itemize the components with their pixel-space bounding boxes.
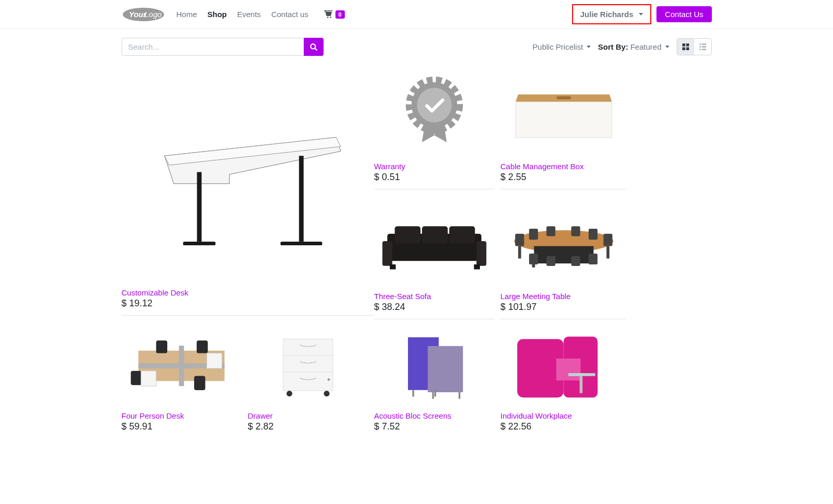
chevron-down-icon xyxy=(587,46,591,48)
product-image[interactable] xyxy=(374,65,494,158)
svg-rect-41 xyxy=(546,226,555,236)
svg-rect-12 xyxy=(702,49,706,50)
grid-icon xyxy=(682,43,689,50)
svg-point-62 xyxy=(327,378,330,381)
product-title[interactable]: Warranty xyxy=(374,162,405,171)
svg-rect-8 xyxy=(702,43,706,45)
user-dropdown[interactable]: Julie Richards xyxy=(572,4,652,24)
product-image[interactable] xyxy=(122,65,374,284)
sort-by-label: Sort By: xyxy=(598,42,628,51)
product-price: $ 59.91 xyxy=(122,421,242,432)
svg-rect-43 xyxy=(588,229,597,240)
svg-rect-66 xyxy=(428,346,463,392)
svg-point-63 xyxy=(286,391,292,396)
product-title[interactable]: Three-Seat Sofa xyxy=(374,292,431,301)
product-title[interactable]: Cable Management Box xyxy=(501,162,584,171)
contact-us-button[interactable]: Contact Us xyxy=(656,6,711,22)
cart-link[interactable]: 0 xyxy=(324,10,345,19)
product-image[interactable] xyxy=(248,324,368,407)
svg-rect-75 xyxy=(580,376,583,393)
svg-rect-4 xyxy=(686,43,689,47)
product-image[interactable] xyxy=(501,65,627,158)
svg-rect-58 xyxy=(207,353,222,368)
product-title[interactable]: Large Meeting Table xyxy=(501,292,571,301)
svg-rect-57 xyxy=(141,371,156,386)
search-input[interactable] xyxy=(122,38,304,56)
nav-shop[interactable]: Shop xyxy=(202,6,232,23)
product-card-three-seat-sofa: Three-Seat Sofa $ 38.24 xyxy=(374,195,494,319)
product-title[interactable]: Individual Workplace xyxy=(501,411,572,420)
list-view-button[interactable] xyxy=(694,39,711,55)
svg-rect-29 xyxy=(476,241,486,266)
svg-rect-73 xyxy=(556,359,580,380)
main-nav: Home Shop Events Contact us xyxy=(171,6,314,23)
product-price: $ 0.51 xyxy=(374,172,494,183)
svg-rect-38 xyxy=(518,246,521,259)
search-button[interactable] xyxy=(304,38,324,56)
svg-rect-54 xyxy=(156,340,168,353)
svg-rect-32 xyxy=(449,226,475,243)
product-price: $ 22.56 xyxy=(501,421,627,432)
product-card-four-person-desk: Four Person Desk $ 59.91 xyxy=(122,324,242,438)
svg-rect-44 xyxy=(603,234,612,246)
product-title[interactable]: Acoustic Bloc Screens xyxy=(374,411,451,420)
search-icon xyxy=(310,43,317,51)
navbar: Your Logo Home Shop Events Contact us 0 … xyxy=(0,0,833,29)
product-title[interactable]: Four Person Desk xyxy=(122,411,184,420)
product-price: $ 38.24 xyxy=(374,302,494,313)
product-card-cable-management-box: Cable Management Box $ 2.55 xyxy=(501,65,627,189)
svg-rect-55 xyxy=(197,340,208,353)
nav-contact-us[interactable]: Contact us xyxy=(266,6,314,23)
product-price: $ 101.97 xyxy=(501,302,627,313)
svg-rect-26 xyxy=(557,96,571,99)
chevron-down-icon xyxy=(665,46,669,48)
search-group xyxy=(122,38,324,56)
product-image[interactable] xyxy=(374,195,494,288)
nav-home[interactable]: Home xyxy=(171,6,202,23)
product-price: $ 2.55 xyxy=(501,172,627,183)
product-title[interactable]: Drawer xyxy=(248,411,273,420)
svg-rect-18 xyxy=(280,242,322,245)
sort-dropdown[interactable]: Sort By: Featured xyxy=(598,42,669,51)
cart-count-badge: 0 xyxy=(335,10,345,19)
product-card-drawer: Drawer $ 2.82 xyxy=(248,324,368,438)
pricelist-label: Public Pricelist xyxy=(533,42,583,51)
svg-rect-49 xyxy=(588,254,597,264)
svg-rect-53 xyxy=(131,371,142,385)
product-card-individual-workplace: Individual Workplace $ 22.56 xyxy=(501,324,627,438)
svg-rect-33 xyxy=(389,264,395,270)
svg-rect-28 xyxy=(382,241,392,266)
svg-rect-3 xyxy=(682,43,685,47)
svg-rect-7 xyxy=(699,43,701,45)
svg-rect-69 xyxy=(432,392,433,399)
svg-rect-16 xyxy=(299,156,303,242)
svg-rect-6 xyxy=(686,47,689,50)
svg-rect-42 xyxy=(571,226,580,236)
product-card-acoustic-bloc-screens: Acoustic Bloc Screens $ 7.52 xyxy=(374,324,494,438)
product-card-customizable-desk: Customizable Desk $ 19.12 xyxy=(122,65,374,316)
nav-events[interactable]: Events xyxy=(232,6,266,23)
product-image[interactable] xyxy=(122,324,242,407)
chevron-down-icon xyxy=(639,13,643,16)
svg-rect-67 xyxy=(412,390,414,397)
svg-rect-56 xyxy=(194,376,206,390)
product-image[interactable] xyxy=(501,324,627,407)
svg-rect-47 xyxy=(546,256,555,266)
svg-rect-52 xyxy=(179,346,184,386)
svg-rect-5 xyxy=(682,47,685,50)
svg-rect-17 xyxy=(183,242,215,245)
logo[interactable]: Your Logo xyxy=(122,7,169,22)
user-name: Julie Richards xyxy=(580,10,634,19)
svg-rect-74 xyxy=(568,373,595,376)
svg-rect-15 xyxy=(197,172,201,242)
svg-point-64 xyxy=(324,391,329,396)
grid-view-button[interactable] xyxy=(677,39,694,55)
svg-rect-34 xyxy=(474,264,479,270)
pricelist-dropdown[interactable]: Public Pricelist xyxy=(533,42,591,51)
product-title[interactable]: Customizable Desk xyxy=(122,288,188,297)
product-card-warranty: Warranty $ 0.51 xyxy=(374,65,494,189)
product-image[interactable] xyxy=(501,195,627,288)
product-image[interactable] xyxy=(374,324,494,407)
svg-rect-24 xyxy=(516,101,612,138)
view-toggle-group xyxy=(677,38,712,55)
